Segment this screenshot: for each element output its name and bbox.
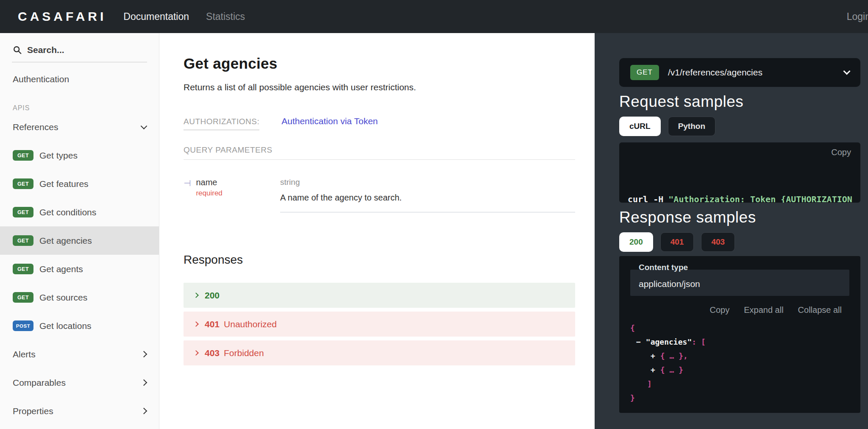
request-code-block: Copy curl -H "Authorization: Token {AUTH… (619, 142, 860, 203)
sidebar-item-label: Get sources (39, 292, 87, 303)
sidebar-item-label: Authentication (13, 74, 69, 84)
tree-connector-icon: ⊣ (184, 178, 191, 212)
sidebar-item-label: Properties (13, 406, 53, 416)
authorizations-link[interactable]: Authentication via Token (281, 116, 378, 126)
sidebar-item-label: Get types (39, 150, 78, 161)
sidebar-item-label: Get locations (39, 321, 92, 331)
sidebar-item-label: Get conditions (39, 207, 96, 217)
sidebar: Authentication APIS References GET Get t… (0, 33, 159, 429)
chevron-down-icon (843, 68, 851, 75)
tab-response-403[interactable]: 403 (701, 232, 735, 252)
sidebar-item-get-agencies[interactable]: GET Get agencies (0, 226, 159, 255)
json-line: +{ … } (630, 363, 849, 377)
sidebar-item-properties[interactable]: Properties (0, 397, 159, 425)
sidebar-item-references[interactable]: References (0, 113, 159, 141)
sidebar-item-get-conditions[interactable]: GET Get conditions (0, 198, 159, 226)
response-code: 200 (205, 290, 220, 301)
sidebar-item-comparables[interactable]: Comparables (0, 368, 159, 397)
json-tree: { −"agencies": [ +{ … }, +{ … } ] } (630, 321, 849, 405)
collapse-toggle[interactable]: − (636, 335, 641, 349)
responses-heading: Responses (184, 253, 575, 267)
parameter-type: string (280, 178, 575, 187)
request-samples-heading: Request samples (619, 93, 860, 111)
json-actions: Copy Expand all Collapse all (630, 305, 849, 315)
sidebar-item-authentication[interactable]: Authentication (0, 65, 159, 93)
json-line: −"agencies": [ (630, 335, 849, 349)
response-code: 401 (205, 319, 220, 329)
response-row-401[interactable]: 401 Unauthorized (184, 312, 575, 337)
copy-response-button[interactable]: Copy (710, 305, 730, 315)
page-title: Get agencies (184, 55, 575, 72)
page: CASAFARI Documentation Statistics Login … (0, 0, 868, 429)
chevron-right-icon (141, 408, 147, 415)
content-row: Authentication APIS References GET Get t… (0, 33, 868, 429)
nav-item-documentation[interactable]: Documentation (123, 11, 189, 22)
json-line: } (630, 391, 849, 405)
login-link[interactable]: Login (847, 11, 868, 22)
json-collapsed-object: { … }, (660, 351, 688, 360)
response-code: 403 (205, 348, 220, 358)
tab-response-401[interactable]: 401 (660, 232, 694, 252)
chevron-right-icon (141, 379, 147, 386)
expand-all-button[interactable]: Expand all (744, 305, 783, 315)
endpoint-dropdown[interactable]: GET /v1/references/agencies (619, 58, 860, 87)
response-sample-block: Content type application/json Copy Expan… (619, 256, 860, 413)
sidebar-item-get-features[interactable]: GET Get features (0, 170, 159, 198)
parameter-name: name (196, 178, 217, 187)
parameter-name-cell: ⊣ name required (184, 178, 280, 212)
json-brace: { (630, 323, 635, 332)
method-badge-post: POST (13, 320, 33, 331)
authorizations-row: AUTHORIZATIONS: Authentication via Token (184, 116, 575, 130)
response-label: Forbidden (224, 348, 264, 358)
expand-toggle[interactable]: + (651, 349, 655, 363)
sidebar-item-label: Get features (39, 179, 89, 189)
json-collapsed-object: { … } (660, 365, 683, 374)
endpoint-path: /v1/references/agencies (668, 67, 762, 78)
sidebar-item-label: Get agents (39, 264, 83, 274)
sidebar-item-get-agents[interactable]: GET Get agents (0, 255, 159, 283)
tab-curl[interactable]: cURL (619, 117, 661, 136)
sidebar-item-get-types[interactable]: GET Get types (0, 141, 159, 170)
method-badge-get: GET (13, 292, 33, 303)
search-box[interactable] (12, 42, 147, 62)
parameter-row: ⊣ name required string A name of the age… (184, 178, 575, 212)
response-samples-heading: Response samples (619, 209, 860, 226)
response-row-200[interactable]: 200 (184, 283, 575, 308)
expand-toggle[interactable]: + (651, 363, 655, 377)
search-input[interactable] (27, 45, 129, 55)
sidebar-item-alerts[interactable]: Alerts (0, 340, 159, 368)
operation-description: Returns a list of all possible agencies … (184, 82, 575, 92)
code-string: "Authorization: Token {AUTHORIZATION_ (668, 194, 857, 203)
tab-response-200[interactable]: 200 (619, 232, 653, 252)
json-brace: } (630, 393, 635, 402)
method-badge-get: GET (13, 207, 33, 217)
response-sample-tabs: 200 401 403 (619, 232, 860, 252)
sidebar-item-get-locations[interactable]: POST Get locations (0, 312, 159, 340)
chevron-right-icon (193, 350, 199, 356)
json-bracket: ] (647, 379, 652, 388)
top-navbar: CASAFARI Documentation Statistics Login (0, 0, 868, 33)
parameter-description: A name of the agency to search. (280, 193, 575, 212)
sidebar-item-label: Alerts (13, 349, 36, 359)
copy-request-button[interactable]: Copy (831, 148, 851, 157)
search-icon (13, 45, 22, 55)
content-type-value: application/json (639, 279, 849, 289)
chevron-right-icon (141, 351, 147, 358)
responses-list: 200 401 Unauthorized 403 Forbidden (184, 283, 575, 365)
casafari-logo[interactable]: CASAFARI (18, 9, 106, 24)
sidebar-item-label: Get agencies (39, 236, 92, 246)
sidebar-item-label: Comparables (13, 378, 66, 388)
authorizations-label: AUTHORIZATIONS: (184, 117, 259, 130)
method-badge-get: GET (630, 65, 659, 80)
nav-item-statistics[interactable]: Statistics (206, 11, 245, 22)
parameter-detail-cell: string A name of the agency to search. (280, 178, 575, 212)
method-badge-get: GET (13, 178, 33, 189)
response-row-403[interactable]: 403 Forbidden (184, 340, 575, 365)
json-key: "agencies" (646, 337, 692, 346)
collapse-all-button[interactable]: Collapse all (798, 305, 842, 315)
sidebar-item-get-sources[interactable]: GET Get sources (0, 283, 159, 312)
chevron-down-icon (141, 123, 147, 130)
tab-python[interactable]: Python (668, 117, 715, 136)
chevron-right-icon (193, 321, 199, 327)
request-sample-tabs: cURL Python (619, 117, 860, 136)
